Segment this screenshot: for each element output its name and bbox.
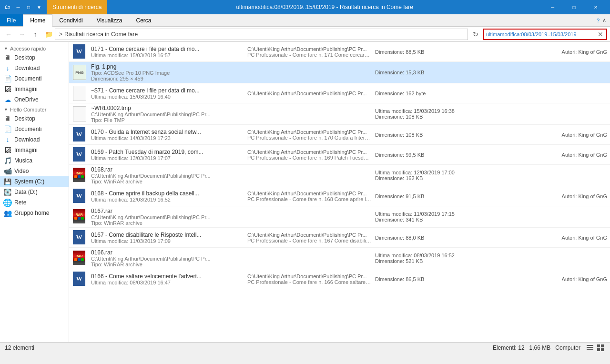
ribbon-tabs: File Home Condividi Visualizza Cerca ? ∧ <box>0 14 610 27</box>
file-row[interactable]: W0170 - Guida a Internet senza social ne… <box>69 125 610 145</box>
search-box-wrapper: ✕ <box>483 29 607 40</box>
file-name: 0169 - Patch Tuesday di marzo 2019, com.… <box>91 149 244 155</box>
file-icon: RAR <box>72 209 87 224</box>
quick-access-label: ▼ Accesso rapido <box>0 44 69 52</box>
file-icon: W <box>72 189 87 204</box>
window-title: ultimamodifica:08/03/2019..15/03/2019 - … <box>107 4 542 10</box>
systemc-label: System (C:) <box>14 178 44 185</box>
file-icon <box>72 106 87 121</box>
file-sub: Ultima modifica: 08/03/2019 16:47 <box>91 280 244 285</box>
view-buttons <box>585 344 605 352</box>
sidebar-item-download-quick[interactable]: ↓ Download 📌 <box>0 63 69 73</box>
file-name: 0167 - Come disabilitare le Risposte Int… <box>91 232 244 238</box>
sidebar-item-documenti-quick[interactable]: 📄 Documenti 📌 <box>0 73 69 84</box>
sidebar-item-systemc[interactable]: 💾 System (C:) <box>0 176 69 187</box>
file-row[interactable]: ~WRL0002.tmpC:\Utenti\King Arthur\Docume… <box>69 103 610 125</box>
close-button[interactable]: ✕ <box>585 0 606 14</box>
file-icon: RAR <box>72 168 87 183</box>
sidebar-item-rete[interactable]: 🌐 Rete <box>0 197 69 208</box>
file-info: 0167 - Come disabilitare le Risposte Int… <box>91 232 244 244</box>
desktop-comp-label: Desktop <box>14 115 35 122</box>
file-row[interactable]: W0169 - Patch Tuesday di marzo 2019, com… <box>69 145 610 165</box>
musica-label: Musica <box>14 157 32 164</box>
sidebar-item-desktop-quick[interactable]: 🖥 Desktop 📌 <box>0 52 69 63</box>
breadcrumb-path: Risultati ricerca in Come fare <box>64 31 138 38</box>
images-comp-icon: 🖼 <box>4 146 11 154</box>
file-author: Autori: King of GnG <box>562 152 607 158</box>
sidebar-item-datad[interactable]: 💽 Data (D:) <box>0 187 69 197</box>
file-row[interactable]: RAR 0166.rarC:\Utenti\King Arthur\Docume… <box>69 248 610 269</box>
details-view-button[interactable] <box>585 344 595 352</box>
sidebar-item-documenti-comp[interactable]: 📄 Documenti <box>0 124 69 134</box>
sidebar-item-desktop-comp[interactable]: 🖥 Desktop <box>0 113 69 124</box>
file-info: 0167.rarC:\Utenti\King Arthur\Documenti\… <box>91 208 244 226</box>
quick-access-triangle: ▼ <box>4 46 8 51</box>
file-path: C:\Utenti\King Arthur\Documenti\Publishi… <box>247 273 371 285</box>
sidebar-item-immagini-comp[interactable]: 🖼 Immagini <box>0 145 69 155</box>
tab-home[interactable]: Home <box>23 14 52 27</box>
status-bar: 12 elementi Elementi: 12 1,66 MB Compute… <box>0 342 610 353</box>
file-size: Dimensione: 108 KB <box>375 132 558 138</box>
file-row[interactable]: W0167 - Come disabilitare le Risposte In… <box>69 228 610 248</box>
size-label: 1,66 MB <box>529 344 551 351</box>
file-row[interactable]: W0168 - Come aprire il backup della case… <box>69 186 610 206</box>
images-icon: 🖼 <box>4 85 11 93</box>
datad-label: Data (D:) <box>14 189 38 195</box>
sidebar-item-gruppo-home[interactable]: 👥 Gruppo home <box>0 208 69 218</box>
file-row[interactable]: PNGFig. 1.pngTipo: ACDSee Pro 10 PNG Ima… <box>69 62 610 83</box>
minimize-quick-icon: ─ <box>14 3 22 11</box>
back-button[interactable]: ← <box>3 29 14 40</box>
maximize-button[interactable]: □ <box>563 0 585 14</box>
desktop-quick-label: Desktop <box>14 54 35 61</box>
file-row[interactable]: W0171 - Come cercare i file per data di … <box>69 42 610 62</box>
tab-cerca[interactable]: Cerca <box>130 14 159 26</box>
item-count: 12 elementi <box>5 344 34 351</box>
tiles-view-button[interactable] <box>596 344 605 352</box>
sidebar-item-download-comp[interactable]: ↓ Download <box>0 134 69 145</box>
file-sub2: Dimensioni: 295 × 459 <box>91 76 244 81</box>
file-sub: Ultima modifica: 15/03/2019 16:57 <box>91 52 244 58</box>
tab-file[interactable]: File <box>0 14 23 26</box>
file-row[interactable]: ~$71 - Come cercare i file per data di m… <box>69 83 610 103</box>
refresh-button[interactable]: ↻ <box>470 29 481 40</box>
file-size: Dimensione: 86,5 KB <box>375 276 558 282</box>
file-size: Dimensione: 15,3 KB <box>375 70 607 75</box>
file-info: ~$71 - Come cercare i file per data di m… <box>91 87 244 100</box>
search-clear-button[interactable]: ✕ <box>597 30 604 38</box>
file-icon: W <box>72 147 87 162</box>
window-icon: 🗂 <box>4 3 11 11</box>
file-icon: W <box>72 230 87 245</box>
file-sub: C:\Utenti\King Arthur\Documenti\Publishi… <box>91 111 244 117</box>
immagini-comp-label: Immagini <box>14 147 38 153</box>
file-row[interactable]: RAR 0167.rarC:\Utenti\King Arthur\Docume… <box>69 206 610 228</box>
expand-ribbon-icon[interactable]: ∧ <box>602 17 606 23</box>
help-icon[interactable]: ? <box>597 18 600 23</box>
sidebar-item-immagini-quick[interactable]: 🖼 Immagini 📌 <box>0 84 69 94</box>
file-info: 0166.rarC:\Utenti\King Arthur\Documenti\… <box>91 249 244 267</box>
address-bar: ← → ↑ 📁 > Risultati ricerca in Come fare… <box>0 27 610 42</box>
documents-icon: 📄 <box>4 75 11 82</box>
file-name: 0166.rar <box>91 249 244 256</box>
file-row[interactable]: W0166 - Come saltare velocemente l'adver… <box>69 269 610 289</box>
search-input[interactable] <box>486 31 597 37</box>
sidebar-item-musica[interactable]: 🎵 Musica <box>0 155 69 166</box>
up-button[interactable]: ↑ <box>30 29 41 40</box>
file-info: 0169 - Patch Tuesday di marzo 2019, com.… <box>91 149 244 161</box>
gruppo-home-label: Gruppo home <box>14 210 49 216</box>
forward-button[interactable]: → <box>16 29 28 40</box>
tools-tab[interactable]: Strumenti di ricerca <box>47 0 107 14</box>
tab-condividi[interactable]: Condividi <box>52 14 90 26</box>
sidebar-item-onedrive[interactable]: ☁ OneDrive <box>0 94 69 105</box>
svg-rect-2 <box>587 349 593 350</box>
file-icon: W <box>72 272 87 287</box>
address-box[interactable]: > Risultati ricerca in Come fare <box>55 29 468 40</box>
file-sub: Ultima modifica: 12/03/2019 16:52 <box>91 197 244 202</box>
tab-visualizza[interactable]: Visualizza <box>90 14 130 26</box>
computer-label: ▼ Hello Computer <box>0 105 69 113</box>
file-size: Dimensione: 99,5 KB <box>375 152 558 158</box>
minimize-button[interactable]: ─ <box>542 0 563 14</box>
file-sub: Ultima modifica: 13/03/2019 17:07 <box>91 155 244 161</box>
file-name: 0167.rar <box>91 208 244 214</box>
sidebar-item-video[interactable]: 📹 Video <box>0 166 69 176</box>
file-row[interactable]: RAR 0168.rarC:\Utenti\King Arthur\Docume… <box>69 165 610 186</box>
